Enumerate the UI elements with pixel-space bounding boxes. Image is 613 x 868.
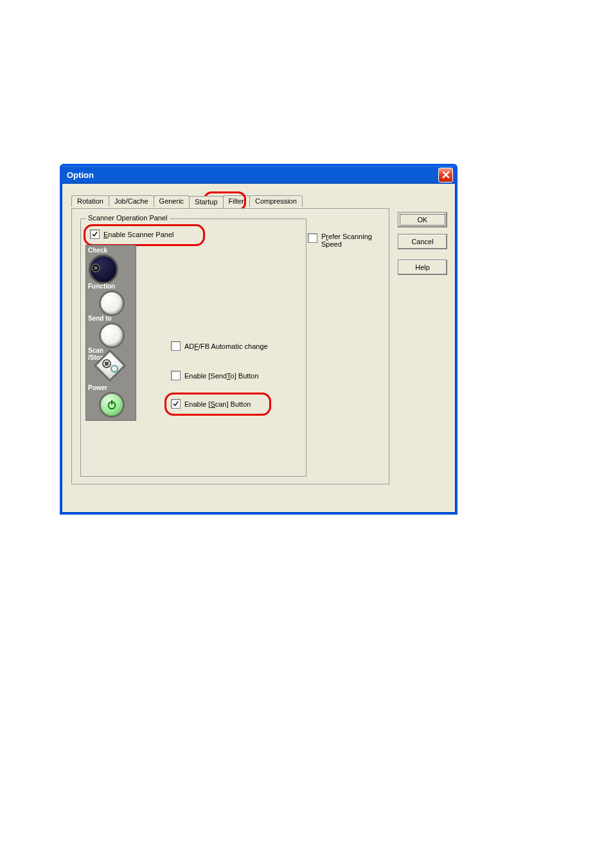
- panel-function-label: Function: [88, 283, 115, 290]
- enable-scan-checkbox[interactable]: Enable [Scan] Button: [171, 399, 251, 409]
- enable-sendto-label: Enable [SendTo] Button: [184, 372, 259, 380]
- svg-rect-4: [111, 400, 112, 405]
- help-button[interactable]: Help: [398, 260, 447, 275]
- panel-function-button: [99, 290, 125, 316]
- cancel-button[interactable]: Cancel: [398, 234, 447, 249]
- titlebar: Option: [62, 166, 456, 184]
- panel-power-label: Power: [88, 384, 107, 391]
- close-icon: [442, 171, 450, 179]
- enable-scanner-panel-checkbox[interactable]: Enable Scanner Panel: [90, 229, 173, 239]
- enable-sendto-checkbox[interactable]: Enable [SendTo] Button: [171, 371, 259, 380]
- diamond-icon: [98, 353, 122, 378]
- panel-target-icon: [91, 263, 100, 272]
- panel-check-label: Check: [88, 247, 107, 254]
- client-area: RotationJob/CacheGenericStartupFilterCom…: [64, 184, 454, 511]
- adf-fb-auto-checkbox[interactable]: ADF/FB Automatic change: [171, 341, 268, 351]
- tab-jobcache[interactable]: Job/Cache: [109, 195, 154, 207]
- checkbox-icon: [90, 229, 100, 239]
- scanner-panel-legend: Scanner Operation Panel: [86, 214, 170, 222]
- option-dialog: Option RotationJob/CacheGenericStartupFi…: [60, 164, 458, 515]
- adf-fb-auto-label: ADF/FB Automatic change: [184, 342, 268, 350]
- close-button[interactable]: [438, 168, 453, 182]
- ok-button[interactable]: OK: [398, 212, 447, 227]
- enable-scanner-panel-label: Enable Scanner Panel: [103, 231, 173, 238]
- panel-power-button: [99, 392, 125, 418]
- power-icon: [106, 399, 118, 411]
- tab-generic[interactable]: Generic: [154, 195, 190, 207]
- tab-filter[interactable]: Filter: [223, 195, 250, 207]
- window-title: Option: [67, 170, 438, 180]
- enable-scan-label: Enable [Scan] Button: [184, 400, 251, 408]
- panel-sendto-button: [99, 323, 125, 348]
- tab-rotation[interactable]: Rotation: [71, 195, 109, 207]
- checkbox-icon-empty: [171, 341, 181, 351]
- checkbox-icon-empty: [171, 371, 181, 380]
- tab-startup[interactable]: Startup: [189, 196, 223, 208]
- tab-strip: RotationJob/CacheGenericStartupFilterCom…: [71, 195, 302, 208]
- scanner-panel-group: Scanner Operation Panel Enable Scanner P…: [80, 218, 306, 477]
- prefer-scanning-speed-label: Prefer Scanning Speed: [321, 233, 372, 248]
- checkbox-icon-empty: [308, 233, 317, 243]
- prefer-scanning-speed-checkbox[interactable]: Prefer Scanning Speed: [308, 233, 372, 248]
- panel-sendto-label: Send to: [88, 315, 112, 322]
- svg-point-0: [111, 366, 118, 372]
- checkbox-icon: [171, 399, 181, 409]
- panel-scan-button: [98, 353, 122, 378]
- svg-rect-2: [105, 362, 109, 366]
- tab-compression[interactable]: Compression: [249, 195, 303, 207]
- scanner-panel-graphic: Check Function Send to Scan /Stop: [85, 245, 136, 421]
